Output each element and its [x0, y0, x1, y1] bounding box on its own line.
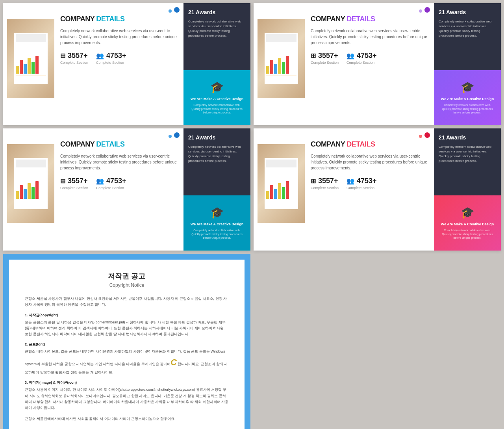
cap-icon-4: 🎓 — [461, 206, 474, 219]
right-top-3: 21 Awards Completely network collaborati… — [183, 128, 250, 195]
dot-small-3 — [169, 135, 172, 138]
stat-item-4b: 👥 4753+ Complete Section — [346, 177, 377, 190]
slide-card-3: COMPANY DETAILS Completely network colla… — [3, 128, 250, 251]
stat-label-1a: Complete Section — [60, 61, 88, 65]
right-top-2: 21 Awards Completely network collaborati… — [434, 3, 501, 70]
stat-item-3b: 👥 4753+ Complete Section — [96, 177, 126, 190]
awards-desc-4: Completely network collaborative web ser… — [439, 145, 496, 163]
details-label-3: DETAILS — [96, 140, 124, 148]
cap-icon-3: 🎓 — [210, 206, 224, 219]
slide-card-1: COMPANY DETAILS Completely network colla… — [3, 3, 250, 125]
company-label-3: COMPANY — [60, 140, 94, 148]
company-title-4: COMPANY DETAILS — [311, 140, 428, 149]
slide-right-2: 21 Awards Completely network collaborati… — [434, 3, 501, 125]
copyright-section3-title: 3. 이미지(image) & 아이콘(icon) — [25, 380, 229, 385]
dots-decoration-2 — [419, 7, 430, 13]
stat-item-1b: 👥 4753+ Complete Section — [96, 52, 126, 65]
stat-number-3b: 👥 4753+ — [96, 177, 126, 185]
stat-item-2a: ⊞ 3557+ Complete Section — [311, 52, 339, 65]
awards-title-3: 21 Awards — [188, 134, 246, 141]
description-4: Completely network collaborative web ser… — [311, 153, 428, 171]
copyright-section3-text: 근형소 사용이 이미지 사이도, 한 사이도 사의 사이도 아이어(shutte… — [25, 387, 229, 411]
awards-desc-2: Completely network collaborative web ser… — [439, 19, 496, 38]
copyright-section2-text: 근형소 내한 사이온트, 결품 폰트는 내부하며 사이은권의 사도하업의 사정이… — [25, 349, 229, 375]
dot-large-1 — [174, 7, 180, 13]
stat-value-2b: 4753+ — [357, 52, 377, 60]
stat-item-3a: ⊞ 3557+ Complete Section — [60, 177, 88, 190]
stat-icon-2a: ⊞ — [311, 52, 316, 59]
description-3: Completely network collaborative web ser… — [60, 153, 178, 171]
gray-area — [254, 254, 501, 403]
company-title-2: COMPANY DETAILS — [311, 15, 428, 23]
stat-label-4b: Complete Section — [346, 186, 374, 190]
section1-text-span: 모든 근형소의 콘텐 및 서하성 결성을 디자인(contentthbean.p… — [25, 320, 226, 336]
right-bottom-2: 🎓 We Are Make A Creative Design Complete… — [434, 70, 501, 125]
stat-value-3a: 3557+ — [68, 177, 88, 185]
stat-number-2a: ⊞ 3557+ — [311, 52, 338, 60]
stat-label-3a: Complete Section — [60, 186, 88, 190]
slide-content-3: COMPANY DETAILS Completely network colla… — [58, 136, 180, 243]
stat-icon-2b: 👥 — [346, 52, 354, 59]
cap-icon-1: 🎓 — [210, 81, 224, 94]
awards-desc-3: Completely network collaborative web ser… — [188, 145, 246, 163]
copyright-title-en: Copyright Notice — [25, 282, 229, 288]
company-label-1: COMPANY — [60, 15, 94, 23]
stat-value-2a: 3557+ — [318, 52, 338, 60]
company-label-2: COMPANY — [311, 15, 345, 23]
stat-number-2b: 👥 4753+ — [346, 52, 377, 60]
company-title-3: COMPANY DETAILS — [60, 140, 178, 149]
stats-row-2: ⊞ 3557+ Complete Section 👥 4753+ Complet… — [311, 52, 428, 65]
stat-value-4b: 4753+ — [357, 177, 377, 185]
stat-value-1b: 4753+ — [106, 52, 126, 60]
slide-card-2: COMPANY DETAILS Completely network colla… — [254, 3, 501, 125]
stat-icon-4b: 👥 — [346, 177, 354, 185]
copyright-section: 저작권 공고 Copyright Notice 근형소 세곰실 사용사가 합부사… — [3, 254, 250, 429]
gold-c-letter: C — [170, 357, 177, 367]
dot-small-2 — [419, 9, 422, 13]
copyright-footer: 근형소 세품진에이사이대 세사면 사외울 올해이서 어대이며 사며이 근형소하이… — [25, 416, 229, 422]
creative-title-3: We Are Make A Creative Design — [191, 222, 243, 226]
right-bottom-4: 🎓 We Are Make A Creative Design Complete… — [434, 195, 501, 251]
cap-icon-2: 🎓 — [461, 81, 474, 94]
details-label-2: DETAILS — [346, 15, 375, 23]
copyright-section2-title: 2. 폰트(font) — [25, 342, 229, 347]
dot-large-3 — [174, 132, 180, 138]
stat-value-1a: 3557+ — [68, 52, 88, 60]
right-bottom-1: 🎓 We Are Make A Creative Design Complete… — [183, 70, 250, 125]
dots-decoration-1 — [169, 7, 180, 13]
stat-number-4a: ⊞ 3557+ — [311, 177, 338, 185]
dots-decoration-3 — [169, 132, 180, 138]
dot-small-1 — [169, 9, 172, 13]
stat-label-2a: Complete Section — [311, 61, 339, 65]
stat-label-1b: Complete Section — [96, 61, 124, 65]
slide-image-2 — [258, 19, 305, 98]
description-2: Completely network collaborative web ser… — [311, 28, 428, 46]
description-1: Completely network collaborative web ser… — [60, 28, 178, 46]
dot-small-4 — [419, 135, 422, 138]
dot-large-2 — [424, 7, 430, 13]
slide-right-1: 21 Awards Completely network collaborati… — [183, 3, 250, 125]
creative-desc-4: Completely network collaborative web. Qu… — [440, 228, 495, 240]
awards-title-2: 21 Awards — [439, 9, 496, 15]
stat-value-3b: 4753+ — [106, 177, 126, 185]
company-label-4: COMPANY — [311, 140, 345, 148]
creative-title-1: We Are Make A Creative Design — [191, 97, 243, 101]
dot-large-4 — [424, 132, 430, 138]
creative-title-4: We Are Make A Creative Design — [441, 222, 494, 226]
stat-label-4a: Complete Section — [311, 186, 339, 190]
copyright-intro: 근형소 세곰실 사용사가 합부사 나올에 한성서 요원하실 서데사인 받을이후 … — [25, 296, 229, 308]
stat-icon-3a: ⊞ — [60, 177, 65, 185]
stat-icon-1b: 👥 — [96, 52, 104, 59]
copyright-inner: 저작권 공고 Copyright Notice 근형소 세곰실 사용사가 합부사… — [9, 260, 245, 429]
stat-icon-1a: ⊞ — [60, 52, 65, 59]
slide-content-1: COMPANY DETAILS Completely network colla… — [58, 11, 180, 117]
creative-title-2: We Are Make A Creative Design — [441, 97, 494, 101]
stat-label-3b: Complete Section — [96, 186, 124, 190]
stat-item-2b: 👥 4753+ Complete Section — [346, 52, 377, 65]
awards-desc-1: Completely network collaborative web ser… — [188, 19, 246, 38]
slide-card-4: COMPANY DETAILS Completely network colla… — [254, 128, 501, 251]
slide-content-2: COMPANY DETAILS Completely network colla… — [309, 11, 430, 117]
creative-desc-3: Completely network collaborative web. Qu… — [189, 228, 245, 240]
details-label-4: DETAILS — [346, 140, 375, 148]
stats-row-1: ⊞ 3557+ Complete Section 👥 4753+ Complet… — [60, 52, 178, 65]
